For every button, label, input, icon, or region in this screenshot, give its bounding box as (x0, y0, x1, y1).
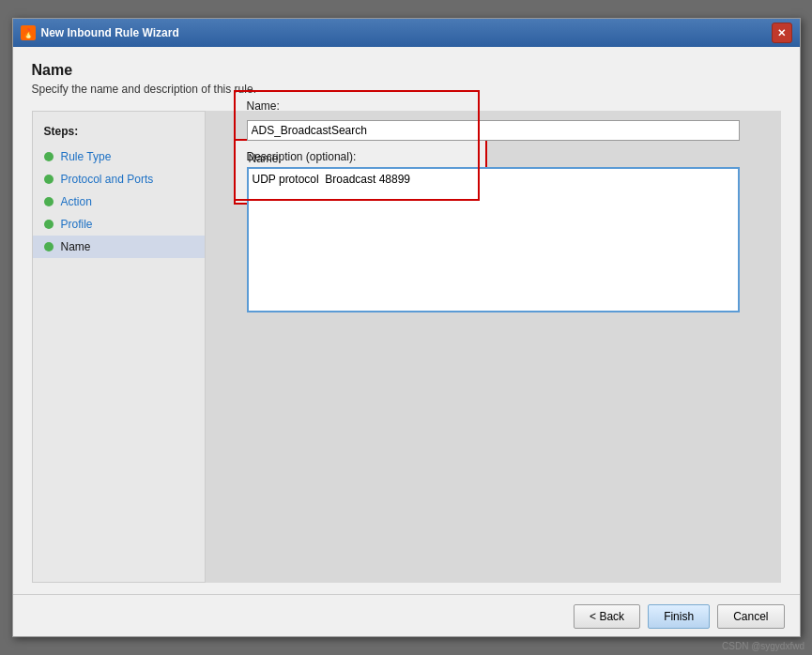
step-dot-name (44, 242, 54, 251)
step-dot-action (44, 197, 54, 206)
sidebar-item-rule-type[interactable]: Rule Type (33, 145, 205, 168)
sidebar-item-name[interactable]: Name (33, 236, 205, 258)
sidebar-item-label-rule-type: Rule Type (61, 150, 112, 163)
close-button[interactable]: ✕ (772, 23, 792, 43)
watermark: CSDN @sygydxfwd (722, 641, 804, 651)
steps-label: Steps: (33, 121, 205, 145)
back-button[interactable]: < Back (574, 604, 640, 629)
title-bar: 🔥 New Inbound Rule Wizard ✕ (13, 19, 800, 47)
step-dot-protocol-ports (44, 175, 54, 184)
content-area: Name Specify the name and description of… (13, 47, 800, 594)
description-input[interactable] (247, 167, 740, 312)
sidebar: Steps: Rule Type Protocol and Ports Acti… (32, 111, 206, 583)
step-dot-profile (44, 220, 54, 229)
form-area: Name: Description (optional): (234, 90, 753, 312)
description-field-label: Description (optional): (247, 150, 740, 163)
main-window: 🔥 New Inbound Rule Wizard ✕ Name Specify… (12, 18, 801, 637)
main-panel: Name: Description (optional): Name: (206, 111, 781, 583)
main-layout: Steps: Rule Type Protocol and Ports Acti… (32, 111, 781, 583)
footer: < Back Finish Cancel (13, 594, 800, 636)
finish-button[interactable]: Finish (648, 604, 710, 629)
sidebar-item-label-protocol-ports: Protocol and Ports (61, 173, 154, 186)
name-field-label: Name: (247, 99, 740, 113)
sidebar-item-profile[interactable]: Profile (33, 213, 205, 236)
cancel-button[interactable]: Cancel (717, 604, 784, 629)
step-dot-rule-type (44, 152, 54, 161)
page-title: Name (32, 62, 781, 79)
sidebar-item-label-profile: Profile (61, 218, 93, 231)
sidebar-item-protocol-ports[interactable]: Protocol and Ports (33, 168, 205, 190)
sidebar-item-label-action: Action (61, 195, 92, 208)
sidebar-item-action[interactable]: Action (33, 190, 205, 213)
window-icon: 🔥 (21, 25, 36, 40)
window-title: New Inbound Rule Wizard (41, 26, 772, 39)
name-input[interactable] (247, 120, 740, 141)
sidebar-item-label-name: Name (61, 240, 91, 253)
